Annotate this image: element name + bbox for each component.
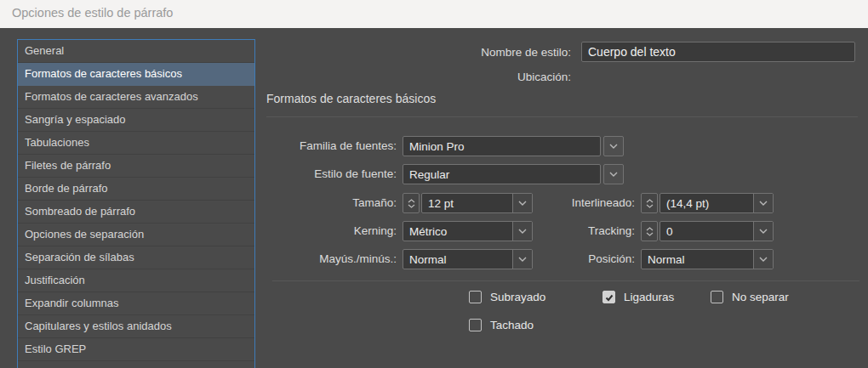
sidebar-item-estilo-grep[interactable]: Estilo GREP	[18, 338, 254, 361]
sidebar-item-separacion-de-silabas[interactable]: Separación de sílabas	[18, 246, 254, 269]
check-icon	[604, 292, 614, 303]
font-family-select[interactable]: Minion Pro	[403, 136, 601, 156]
sidebar-item-opciones-de-separacion[interactable]: Opciones de separación	[18, 224, 254, 246]
position-select[interactable]: Normal	[641, 249, 774, 269]
chevron-up-icon	[646, 227, 654, 231]
font-family-label: Familia de fuentes:	[226, 139, 397, 153]
size-label: Tamaño:	[226, 196, 397, 210]
tracking-label: Tracking:	[465, 224, 635, 238]
tracking-stepper[interactable]	[641, 221, 658, 241]
style-name-label: Nombre de estilo:	[340, 46, 571, 59]
size-stepper[interactable]	[403, 193, 420, 213]
kerning-label: Kerning:	[226, 224, 397, 238]
ligatures-checkbox-label: Ligaduras	[624, 291, 674, 303]
font-style-select[interactable]: Regular	[403, 164, 601, 184]
checkbox-icon	[602, 291, 615, 303]
sidebar-item-tabulaciones[interactable]: Tabulaciones	[18, 132, 254, 155]
section-title: Formatos de caracteres básicos	[266, 92, 436, 105]
font-family-dropdown-button[interactable]	[603, 136, 624, 156]
chevron-down-icon	[759, 201, 768, 206]
style-name-input[interactable]	[581, 42, 855, 62]
case-label: Mayús./minús.:	[226, 252, 397, 266]
ligatures-checkbox[interactable]: Ligaduras	[602, 291, 674, 303]
sidebar-item-expandir-columnas[interactable]: Expandir columnas	[18, 292, 254, 315]
underline-checkbox-label: Subrayado	[490, 291, 545, 303]
chevron-up-icon	[408, 199, 415, 203]
sidebar-item-sombreado-de-parrafo[interactable]: Sombreado de párrafo	[18, 201, 254, 224]
position-label: Posición:	[465, 252, 635, 266]
strikethrough-checkbox-label: Tachado	[490, 319, 534, 331]
sidebar-item-formatos-caracteres-basicos[interactable]: Formatos de caracteres básicos	[18, 63, 254, 86]
chevron-down-icon	[408, 204, 415, 208]
paragraph-style-options-dialog: Opciones de estilo de párrafo General Fo…	[0, 0, 868, 368]
sidebar-item-filetes-de-parrafo[interactable]: Filetes de párrafo	[18, 155, 254, 178]
strikethrough-checkbox[interactable]: Tachado	[469, 319, 534, 331]
sidebar-item-justificacion[interactable]: Justificación	[18, 269, 254, 292]
dialog-titlebar: Opciones de estilo de párrafo	[0, 0, 868, 28]
section-divider	[266, 116, 858, 117]
sidebar-item-sangria-y-espaciado[interactable]: Sangría y espaciado	[18, 109, 254, 132]
chevron-down-icon	[609, 172, 618, 177]
checkbox-icon	[469, 291, 482, 303]
no-break-checkbox[interactable]: No separar	[711, 291, 789, 303]
sidebar-item-general[interactable]: General	[18, 40, 254, 63]
leading-stepper[interactable]	[641, 193, 658, 213]
sidebar-category-list: General Formatos de caracteres básicos F…	[17, 39, 255, 368]
tracking-select[interactable]: 0	[660, 221, 774, 241]
chevron-up-icon	[646, 199, 654, 203]
chevron-down-icon	[646, 204, 654, 208]
chevron-down-icon	[759, 257, 768, 262]
leading-select[interactable]: (14,4 pt)	[660, 193, 774, 213]
sidebar-item-formatos-caracteres-avanzados[interactable]: Formatos de caracteres avanzados	[18, 86, 254, 109]
checkbox-section-divider	[272, 280, 859, 281]
sidebar-item-capitulares-y-estilos-anidados[interactable]: Capitulares y estilos anidados	[18, 315, 254, 338]
checkbox-icon	[469, 319, 482, 331]
chevron-down-icon	[609, 144, 618, 149]
font-style-dropdown-button[interactable]	[603, 164, 624, 184]
checkbox-icon	[711, 291, 723, 303]
chevron-down-icon	[759, 229, 768, 234]
chevron-down-icon	[646, 232, 654, 236]
location-label: Ubicación:	[340, 71, 571, 84]
font-style-label: Estilo de fuente:	[226, 167, 397, 181]
sidebar-item-borde-de-parrafo[interactable]: Borde de párrafo	[18, 178, 254, 201]
underline-checkbox[interactable]: Subrayado	[469, 291, 545, 303]
window-title: Opciones de estilo de párrafo	[12, 6, 173, 20]
no-break-checkbox-label: No separar	[732, 291, 789, 303]
leading-label: Interlineado:	[465, 196, 635, 210]
